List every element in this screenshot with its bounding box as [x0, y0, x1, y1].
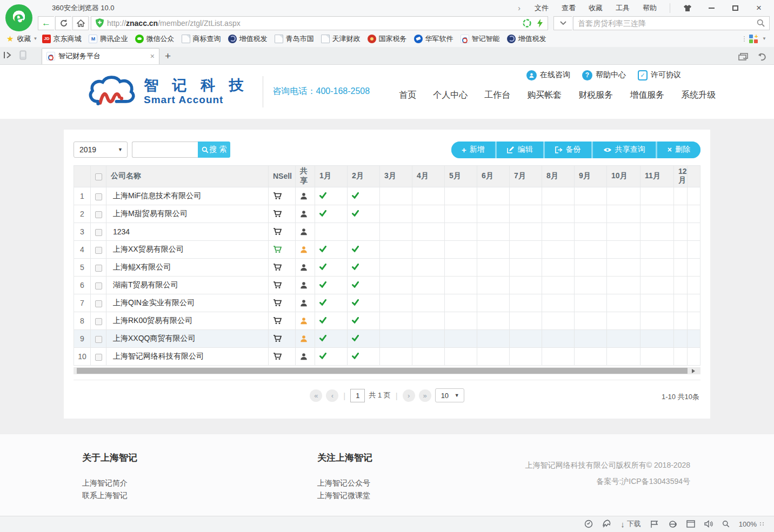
company-name[interactable]: 上海MiF信息技术有限公司	[106, 187, 269, 205]
bookmark-item[interactable]: 增值税发	[224, 32, 271, 45]
user-icon[interactable]	[300, 281, 310, 289]
reload-button[interactable]	[55, 16, 71, 30]
nav-item-4[interactable]: 财税服务	[578, 90, 613, 101]
checkbox-icon[interactable]	[95, 211, 102, 218]
home-button[interactable]	[72, 16, 89, 30]
row-checkbox[interactable]	[91, 223, 106, 240]
share-cell[interactable]	[296, 294, 315, 312]
bookmark-item[interactable]: 智记智能	[457, 32, 503, 45]
user-icon[interactable]	[300, 246, 310, 253]
horizontal-scrollbar[interactable]	[74, 367, 700, 374]
speed-dial-icon[interactable]	[584, 520, 593, 528]
nsell-cell[interactable]	[269, 187, 296, 205]
footer-link[interactable]: 上海智记微课堂	[317, 489, 372, 502]
bookmark-item[interactable]: 增值税发	[503, 32, 550, 45]
mobile-sync-icon[interactable]	[19, 50, 26, 60]
nav-item-3[interactable]: 购买帐套	[527, 90, 562, 101]
app-grid-caret-icon[interactable]: ▼	[762, 36, 766, 41]
minimize-button[interactable]	[700, 2, 722, 15]
mute-icon[interactable]	[704, 520, 713, 528]
table-row[interactable]: 2上海M甜贸易有限公司	[74, 205, 700, 223]
back-button[interactable]: ←	[38, 16, 54, 30]
browser-search-box[interactable]	[573, 16, 770, 30]
favorites-star-icon[interactable]: ★	[6, 34, 14, 44]
nav-item-5[interactable]: 增值服务	[630, 90, 664, 101]
page-number-input[interactable]	[350, 389, 365, 402]
plus-action-button[interactable]: +新增	[451, 142, 495, 158]
row-checkbox[interactable]	[91, 240, 106, 258]
company-name[interactable]: 上海XX贸易有限公司	[106, 240, 269, 258]
zoom-search-icon[interactable]	[722, 520, 730, 528]
checkbox-icon[interactable]	[95, 265, 102, 272]
table-row[interactable]: 31234	[74, 223, 700, 240]
checkbox-icon[interactable]	[95, 247, 102, 254]
url-text[interactable]: http://znacc.cn/member/ztgl/ZtList.aspx	[107, 19, 519, 28]
scrollbar-right-arrow-icon[interactable]	[692, 369, 697, 373]
address-bar[interactable]: http://znacc.cn/member/ztgl/ZtList.aspx	[91, 16, 548, 30]
nsell-cell[interactable]	[269, 205, 296, 223]
scrollbar-thumb[interactable]	[77, 368, 688, 374]
company-search-input[interactable]	[132, 142, 198, 158]
game-boost-icon[interactable]	[602, 520, 611, 528]
company-name[interactable]: 上海鲲X有限公司	[106, 258, 269, 276]
table-row[interactable]: 4上海XX贸易有限公司	[74, 240, 700, 258]
window-mode-icon[interactable]	[686, 520, 695, 528]
page-size-select[interactable]: 10▼	[435, 388, 464, 402]
close-button[interactable]: ×	[748, 2, 770, 15]
checkbox-icon[interactable]	[95, 282, 102, 289]
share-cell[interactable]	[296, 258, 315, 276]
browser-search-input[interactable]	[578, 19, 757, 28]
nsell-cell[interactable]	[269, 276, 296, 294]
user-icon[interactable]	[300, 353, 310, 360]
ie-compat-icon[interactable]	[668, 520, 677, 528]
edit-action-button[interactable]: 编辑	[497, 142, 543, 158]
site-logo[interactable]: 智 记 科 技 Smart Account	[85, 74, 249, 110]
company-name[interactable]: 湖南T贸易有限公司	[106, 276, 269, 294]
cart-icon[interactable]	[273, 299, 291, 307]
company-name[interactable]: 1234	[106, 223, 269, 240]
row-checkbox[interactable]	[91, 347, 106, 365]
checkbox-icon[interactable]	[95, 300, 102, 307]
speed-mode-icon[interactable]	[523, 19, 531, 28]
checkbox-icon[interactable]	[95, 336, 102, 343]
row-checkbox[interactable]	[91, 205, 106, 223]
row-checkbox[interactable]	[91, 187, 106, 205]
cart-icon[interactable]	[273, 352, 291, 360]
user-icon[interactable]	[300, 210, 310, 218]
company-name[interactable]: 上海QIN金实业有限公司	[106, 294, 269, 312]
cart-icon[interactable]	[273, 192, 291, 200]
search-engine-dropdown-icon[interactable]	[553, 16, 572, 30]
nav-item-2[interactable]: 工作台	[484, 90, 510, 101]
menu-item-2[interactable]: 收藏	[582, 4, 609, 12]
checkbox-icon[interactable]	[95, 318, 102, 325]
share-cell[interactable]	[296, 312, 315, 329]
table-row[interactable]: 6湖南T贸易有限公司	[74, 276, 700, 294]
cart-icon[interactable]	[273, 245, 291, 253]
cart-icon[interactable]	[273, 316, 291, 325]
delete-action-button[interactable]: ×删除	[657, 142, 700, 158]
company-name[interactable]: 上海XXQQ商贸有限公司	[106, 329, 269, 347]
cart-icon[interactable]	[273, 263, 291, 271]
bookmark-item[interactable]: 华军软件	[410, 32, 457, 45]
table-row[interactable]: 1上海MiF信息技术有限公司	[74, 187, 700, 205]
next-page-button[interactable]: ›	[403, 389, 415, 402]
security-shield-icon[interactable]	[96, 18, 104, 28]
footer-link[interactable]: 上海智记简介	[82, 477, 137, 489]
nsell-cell[interactable]	[269, 240, 296, 258]
app-grid-icon[interactable]: +	[749, 35, 758, 43]
company-name[interactable]: 上海M甜贸易有限公司	[106, 205, 269, 223]
nav-item-1[interactable]: 个人中心	[433, 90, 468, 101]
sidebar-toggle-icon[interactable]	[3, 51, 12, 59]
bookmark-item[interactable]: 天津财政	[317, 32, 364, 45]
user-icon[interactable]	[300, 299, 310, 307]
backup-action-button[interactable]: 备份	[545, 142, 591, 158]
checkbox-icon[interactable]	[95, 354, 102, 361]
cart-icon[interactable]	[273, 227, 291, 235]
maximize-button[interactable]	[724, 2, 746, 15]
nav-item-6[interactable]: 系统升级	[681, 90, 716, 101]
bookmark-item[interactable]: 微信公众	[131, 32, 178, 45]
company-name[interactable]: 上海智记网络科技有限公司	[106, 347, 269, 365]
first-page-button[interactable]: «	[310, 389, 322, 402]
bookmark-item[interactable]: M腾讯企业	[85, 32, 131, 45]
table-row[interactable]: 9上海XXQQ商贸有限公司	[74, 329, 700, 347]
